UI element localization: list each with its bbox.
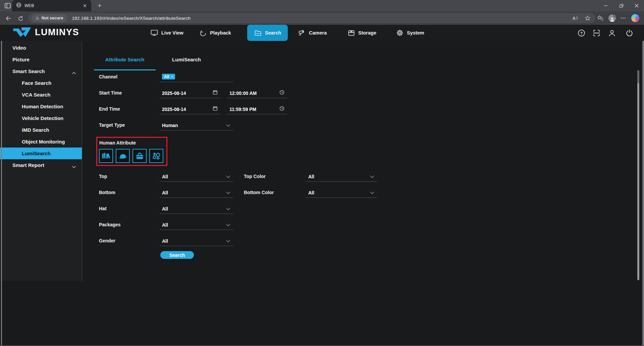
target-type-value: Human bbox=[162, 123, 178, 128]
bag-icon bbox=[135, 151, 145, 161]
playback-icon bbox=[199, 29, 207, 37]
sidebar-item-video[interactable]: Video bbox=[0, 42, 82, 54]
help-icon[interactable]: ? bbox=[577, 28, 586, 37]
nav-playback[interactable]: Playback bbox=[199, 25, 231, 41]
bottom-color-select[interactable]: All bbox=[306, 188, 377, 198]
sidebar-item-object-monitoring[interactable]: Object Monitoring bbox=[0, 136, 82, 148]
clock-icon[interactable] bbox=[279, 90, 284, 96]
sidebar-item-label: VCA Search bbox=[22, 92, 50, 98]
packages-value: All bbox=[162, 222, 168, 228]
sidebar-item-imd-search[interactable]: iMD Search bbox=[0, 124, 82, 136]
sidebar-item-picture[interactable]: Picture bbox=[0, 54, 82, 65]
gender-row: Gender All bbox=[83, 236, 485, 246]
packages-label: Packages bbox=[99, 222, 121, 227]
bag-attribute-button[interactable] bbox=[132, 149, 147, 163]
favorite-star-icon[interactable] bbox=[584, 14, 592, 22]
app-top-nav: LUMINYS Live View Playback Search Camera… bbox=[0, 25, 644, 41]
read-aloud-icon[interactable]: A bbox=[571, 14, 579, 22]
channel-field[interactable]: All × bbox=[159, 72, 233, 82]
start-date-value: 2025-08-14 bbox=[162, 91, 186, 96]
url-omnibox[interactable]: ⚠ Not secure 192.168.1.193/#/index/reSea… bbox=[28, 13, 595, 23]
nav-storage[interactable]: Storage bbox=[347, 25, 376, 41]
nav-label: Camera bbox=[309, 30, 327, 36]
nav-system[interactable]: System bbox=[396, 25, 424, 41]
copilot-icon[interactable] bbox=[631, 14, 639, 22]
calendar-icon[interactable] bbox=[213, 90, 218, 96]
browser-tab[interactable]: WEB bbox=[12, 0, 91, 11]
gender-value: All bbox=[162, 238, 168, 244]
scrollbar-thumb[interactable] bbox=[637, 83, 639, 280]
sidebar-item-label: Smart Search bbox=[12, 68, 45, 74]
workspaces-icon[interactable] bbox=[4, 2, 11, 9]
tab-label: LumiSearch bbox=[172, 57, 201, 62]
refresh-icon[interactable] bbox=[16, 14, 25, 23]
hat-select[interactable]: All bbox=[159, 204, 233, 214]
nav-search[interactable]: Search bbox=[247, 25, 288, 41]
security-label: Not secure bbox=[42, 16, 63, 20]
sidebar-item-vehicle-detection[interactable]: Vehicle Detection bbox=[0, 112, 82, 124]
scrollbar-thumb-secondary[interactable] bbox=[637, 70, 639, 83]
tab-close-icon[interactable] bbox=[82, 3, 88, 9]
chevron-down-icon bbox=[226, 238, 230, 244]
packages-select[interactable]: All bbox=[159, 220, 233, 230]
nav-label: Live View bbox=[161, 30, 183, 36]
calendar-icon[interactable] bbox=[213, 106, 218, 112]
url-text: 192.168.1.193/#/index/reSearch/XSearch/a… bbox=[72, 16, 191, 21]
sidebar-item-face-search[interactable]: Face Search bbox=[0, 77, 82, 89]
top-color-select[interactable]: All bbox=[306, 172, 377, 182]
start-time-value: 12:00:00 AM bbox=[229, 91, 257, 96]
back-icon[interactable] bbox=[4, 14, 13, 23]
channel-label: Channel bbox=[99, 74, 117, 79]
gender-label: Gender bbox=[99, 238, 115, 243]
clothes-attribute-button[interactable] bbox=[99, 149, 113, 163]
sidebar-item-smart-search[interactable]: Smart Search bbox=[0, 65, 82, 77]
end-clock-field[interactable]: 11:59:59 PM bbox=[227, 104, 287, 114]
brand: LUMINYS bbox=[13, 26, 79, 38]
chevron-down-icon bbox=[226, 222, 230, 228]
target-type-row: Target Type Human bbox=[83, 120, 485, 130]
end-date-field[interactable]: 2025-08-14 bbox=[159, 104, 220, 114]
more-menu-icon[interactable] bbox=[619, 14, 627, 22]
sidebar-item-label: Face Search bbox=[22, 80, 51, 86]
window-minimize-button[interactable] bbox=[598, 0, 613, 11]
nav-label: System bbox=[407, 30, 424, 36]
sidebar-item-smart-report[interactable]: Smart Report bbox=[0, 159, 82, 171]
gear-icon bbox=[396, 29, 404, 37]
tab-lumisearch[interactable]: LumiSearch bbox=[156, 52, 217, 66]
chevron-down-icon bbox=[226, 206, 230, 212]
monitor-icon bbox=[150, 29, 158, 37]
new-tab-button[interactable]: + bbox=[95, 1, 104, 10]
sidebar-item-label: iMD Search bbox=[22, 127, 49, 133]
nav-camera[interactable]: Camera bbox=[298, 25, 327, 41]
profile-avatar[interactable] bbox=[608, 14, 616, 22]
window-restore-button[interactable] bbox=[614, 0, 629, 11]
target-type-select[interactable]: Human bbox=[159, 120, 233, 130]
channel-chip[interactable]: All × bbox=[162, 74, 175, 79]
account-icon[interactable] bbox=[607, 28, 616, 37]
sidebar-item-lumisearch[interactable]: LumiSearch bbox=[0, 148, 82, 159]
power-icon[interactable] bbox=[625, 28, 634, 37]
window-close-button[interactable] bbox=[629, 0, 644, 11]
favorites-hub-icon[interactable] bbox=[596, 14, 604, 22]
gender-attribute-button[interactable] bbox=[149, 149, 163, 163]
start-date-field[interactable]: 2025-08-14 bbox=[159, 88, 220, 98]
gender-select[interactable]: All bbox=[159, 236, 233, 246]
tab-attribute-search[interactable]: Attribute Search bbox=[94, 52, 156, 66]
start-clock-field[interactable]: 12:00:00 AM bbox=[227, 88, 287, 98]
chevron-down-icon bbox=[226, 190, 230, 196]
top-select[interactable]: All bbox=[159, 172, 233, 182]
scan-icon[interactable] bbox=[592, 28, 601, 37]
brand-name: LUMINYS bbox=[35, 27, 79, 38]
chip-close-icon[interactable]: × bbox=[171, 74, 173, 79]
sidebar-item-human-detection[interactable]: Human Detection bbox=[0, 101, 82, 112]
start-time-label: Start Time bbox=[99, 90, 122, 96]
chip-label: All bbox=[164, 74, 169, 79]
bottom-select[interactable]: All bbox=[159, 188, 233, 198]
not-secure-chip[interactable]: ⚠ Not secure bbox=[32, 14, 67, 22]
search-button[interactable]: Search bbox=[160, 251, 194, 259]
nav-live-view[interactable]: Live View bbox=[150, 25, 183, 41]
bottom-color-value: All bbox=[308, 190, 314, 195]
clock-icon[interactable] bbox=[279, 106, 284, 112]
hat-attribute-button[interactable] bbox=[116, 149, 130, 163]
sidebar-item-vca-search[interactable]: VCA Search bbox=[0, 89, 82, 101]
